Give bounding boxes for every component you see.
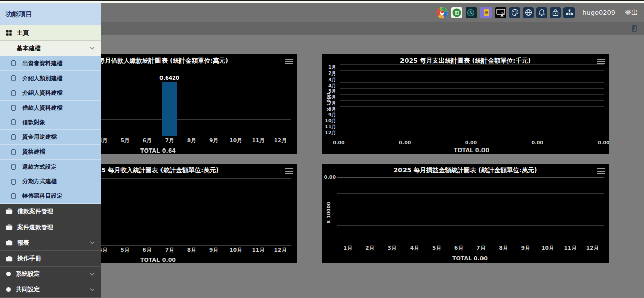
briefcase-icon bbox=[6, 224, 13, 230]
chevron-down-icon bbox=[90, 241, 95, 244]
presentation-app-icon[interactable] bbox=[495, 7, 507, 19]
bar-value-label: 0.6420 bbox=[157, 75, 182, 81]
chart-gridline bbox=[340, 136, 604, 136]
chart-menu-icon[interactable] bbox=[285, 168, 293, 175]
tablet-icon bbox=[11, 119, 16, 125]
sidebar-item-9[interactable]: 資格建檔 bbox=[0, 145, 101, 160]
sitemap-icon[interactable] bbox=[564, 7, 575, 18]
sidebar-item-label: 借款對象 bbox=[22, 119, 45, 126]
bank-app-icon[interactable] bbox=[451, 7, 463, 19]
sidebar-item-3[interactable]: 出資者資料建檔 bbox=[0, 56, 101, 71]
chart-gridline bbox=[337, 193, 604, 194]
briefcase-icon bbox=[6, 256, 13, 262]
sidebar-item-label: 借款人資料建檔 bbox=[22, 104, 63, 112]
sidebar-item-label: 轉傳票科目設定 bbox=[22, 192, 63, 200]
sidebar: 功能項目 主頁基本建檔出資者資料建檔介紹人類別建檔介紹人資料建檔借款人資料建檔借… bbox=[0, 3, 101, 298]
chart-total-label: TOTAL 0.00 bbox=[420, 255, 520, 262]
sidebar-item-18[interactable]: 共同設定 bbox=[0, 282, 101, 298]
x-axis-month-label: 8月 bbox=[493, 245, 513, 252]
sidebar-item-label: 案件還款管理 bbox=[17, 223, 53, 232]
x-axis-tick: 0.00 bbox=[461, 140, 481, 145]
palette-icon[interactable] bbox=[509, 7, 520, 18]
sidebar-item-12[interactable]: 轉傳票科目設定 bbox=[0, 189, 101, 204]
chart-gridline bbox=[340, 130, 604, 130]
grid-icon bbox=[6, 30, 12, 36]
chart-total-label: TOTAL 0.00 bbox=[108, 257, 208, 263]
sidebar-item-label: 介紹人類別建檔 bbox=[22, 74, 63, 82]
sidebar-item-label: 借款案件管理 bbox=[17, 207, 53, 216]
x-axis-tick: 0.00 bbox=[329, 140, 349, 145]
chart-gridline bbox=[337, 177, 604, 178]
chevron-down-icon bbox=[90, 273, 95, 276]
sidebar-item-5[interactable]: 介紹人資料建檔 bbox=[0, 86, 101, 101]
chart-gridline bbox=[340, 77, 604, 77]
sidebar-item-6[interactable]: 借款人資料建檔 bbox=[0, 101, 101, 115]
circle-icon bbox=[6, 287, 11, 292]
sidebar-item-label: 報表 bbox=[17, 239, 29, 247]
lock-icon[interactable] bbox=[550, 7, 561, 18]
sidebar-item-14[interactable]: 案件還款管理 bbox=[0, 219, 101, 235]
sidebar-item-label: 共同設定 bbox=[16, 285, 40, 294]
logout-button[interactable]: 登出 bbox=[625, 8, 638, 17]
sidebar-item-13[interactable]: 借款案件管理 bbox=[0, 204, 101, 219]
username[interactable]: hugo0209 bbox=[582, 9, 615, 16]
x-axis-tick: 0.00 bbox=[395, 140, 415, 145]
x-axis-month-label: 7月 bbox=[471, 245, 491, 252]
x-axis-month-label: 7月 bbox=[159, 137, 180, 144]
sidebar-item-7[interactable]: 借款對象 bbox=[0, 115, 101, 130]
scroll-app-icon[interactable] bbox=[480, 7, 492, 19]
globe-icon[interactable] bbox=[523, 7, 534, 18]
sidebar-item-8[interactable]: 資金用途建檔 bbox=[0, 130, 101, 144]
bell-icon[interactable] bbox=[536, 7, 547, 18]
clock-app-icon[interactable] bbox=[465, 7, 477, 19]
sidebar-item-2[interactable]: 基本建檔 bbox=[0, 41, 101, 56]
sidebar-item-label: 主頁 bbox=[17, 29, 29, 37]
briefcase-icon bbox=[6, 240, 13, 246]
y-axis-tick: 0.00 bbox=[322, 174, 336, 180]
x-axis-month-label: 1月 bbox=[338, 245, 358, 252]
briefcase-icon bbox=[6, 208, 13, 214]
chart-panel-2: 2025 每月支出統計圖表 (統計金額單位:千元)1月2月3月4月5月6月7月8… bbox=[322, 54, 609, 154]
y-axis-unit-label: X 10000 bbox=[326, 202, 331, 224]
tablet-icon bbox=[11, 193, 16, 199]
sidebar-item-10[interactable]: 還款方式設定 bbox=[0, 160, 101, 174]
x-axis-month-label: 10月 bbox=[538, 245, 558, 252]
x-axis-month-label: 2月 bbox=[360, 245, 380, 252]
chevron-down-icon bbox=[90, 288, 95, 291]
x-axis-month-label: 8月 bbox=[182, 247, 202, 254]
x-axis-month-label: 9月 bbox=[516, 245, 536, 252]
tablet-icon bbox=[11, 179, 16, 185]
chart-title: 2025 每月損益金額統計圖表 (統計金額單位:萬元) bbox=[322, 166, 609, 175]
chart-gridline bbox=[340, 124, 604, 124]
tablet-icon bbox=[11, 149, 16, 155]
sidebar-item-label: 出資者資料建檔 bbox=[22, 60, 63, 67]
sidebar-item-1[interactable]: 主頁 bbox=[0, 25, 101, 41]
sidebar-item-11[interactable]: 分期方式建檔 bbox=[0, 174, 101, 189]
tablet-icon bbox=[11, 90, 16, 96]
circle-icon bbox=[6, 271, 11, 277]
chart-gridline bbox=[340, 70, 604, 71]
sidebar-item-15[interactable]: 報表 bbox=[0, 235, 101, 251]
y-axis-unit-label: X 1000 bbox=[326, 93, 331, 111]
sidebar-menu: 主頁基本建檔出資者資料建檔介紹人類別建檔介紹人資料建檔借款人資料建檔借款對象資金… bbox=[0, 25, 101, 298]
sidebar-item-label: 基本建檔 bbox=[17, 44, 41, 53]
sidebar-title: 功能項目 bbox=[0, 3, 101, 25]
x-axis-month-label: 5月 bbox=[115, 137, 135, 144]
chart-menu-icon[interactable] bbox=[597, 168, 605, 175]
x-axis-month-label: 10月 bbox=[226, 247, 246, 254]
chart-gridline bbox=[340, 118, 604, 118]
x-axis-month-label: 12月 bbox=[582, 245, 602, 252]
x-axis-month-label: 9月 bbox=[204, 137, 224, 144]
trash-icon[interactable] bbox=[631, 24, 638, 34]
sidebar-item-4[interactable]: 介紹人類別建檔 bbox=[0, 71, 101, 86]
x-axis-month-label: 6月 bbox=[449, 245, 469, 252]
chart-gridline bbox=[337, 225, 604, 226]
x-axis-month-label: 11月 bbox=[248, 137, 268, 144]
sidebar-item-label: 系統設定 bbox=[16, 270, 40, 278]
chart-gridline bbox=[340, 64, 604, 65]
sidebar-item-17[interactable]: 系統設定 bbox=[0, 267, 101, 282]
y-axis-month-label: 12月 bbox=[322, 130, 336, 136]
sidebar-item-16[interactable]: 操作手冊 bbox=[0, 251, 101, 266]
chart-menu-icon[interactable] bbox=[285, 59, 293, 66]
colorful-logo-icon[interactable] bbox=[436, 7, 448, 19]
